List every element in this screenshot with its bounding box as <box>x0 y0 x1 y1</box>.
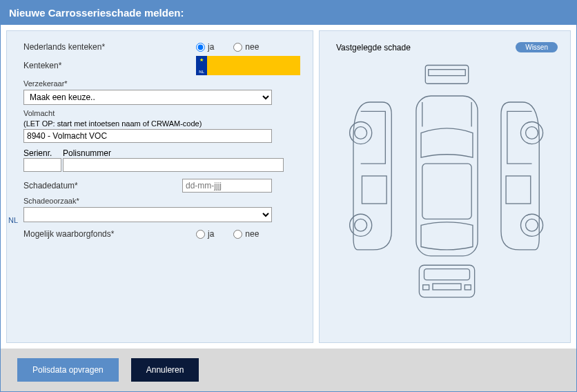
radio-no[interactable] <box>233 43 242 52</box>
insurer-label: Verzekeraar* <box>23 79 300 88</box>
svg-point-14 <box>526 219 538 231</box>
svg-point-5 <box>355 219 367 231</box>
svg-rect-18 <box>433 284 461 290</box>
serienr-input[interactable] <box>23 158 61 172</box>
content-area: NL Nederlands kenteken* ja nee Kenteken*… <box>1 25 576 349</box>
recorded-damage-title: Vastgelegde schade <box>336 43 411 52</box>
svg-rect-17 <box>424 269 470 280</box>
form-panel: NL Nederlands kenteken* ja nee Kenteken*… <box>6 30 313 343</box>
dutch-plate-yes[interactable]: ja <box>196 42 214 52</box>
svg-point-3 <box>355 127 367 139</box>
guarantee-fund-label: Mogelijk waarborgfonds* <box>23 229 196 239</box>
serienr-label: Serienr. <box>23 148 61 158</box>
mandate-input[interactable] <box>23 129 272 143</box>
cancel-button[interactable]: Annuleren <box>131 358 199 382</box>
plate-input[interactable] <box>207 56 300 75</box>
car-svg <box>336 62 558 308</box>
polisnr-label: Polisnummer <box>63 148 111 158</box>
svg-rect-8 <box>422 164 471 219</box>
guarantee-no[interactable]: nee <box>233 229 259 239</box>
svg-point-12 <box>526 127 538 139</box>
footer-bar: Polisdata opvragen Annuleren <box>1 349 576 391</box>
damage-cause-select[interactable] <box>23 207 272 222</box>
radio-yes[interactable] <box>196 43 205 52</box>
dutch-plate-label: Nederlands kenteken* <box>23 42 196 52</box>
svg-rect-20 <box>464 285 471 290</box>
guarantee-yes[interactable]: ja <box>196 229 214 239</box>
svg-rect-16 <box>419 265 474 297</box>
mandate-hint: (LET OP: start met intoetsen naam of CRW… <box>23 119 300 128</box>
svg-point-2 <box>350 121 372 144</box>
polisnr-input[interactable] <box>63 158 284 172</box>
mandate-label: Volmacht <box>23 109 300 117</box>
dutch-plate-no[interactable]: nee <box>233 42 259 52</box>
guarantee-radio-group: ja nee <box>196 229 259 239</box>
svg-rect-6 <box>362 176 387 204</box>
svg-rect-0 <box>425 65 468 84</box>
license-plate: ★ NL <box>196 56 300 75</box>
radio-guarantee-no[interactable] <box>233 230 242 239</box>
svg-rect-15 <box>506 176 531 204</box>
nl-prefix-label: NL <box>8 216 18 224</box>
svg-rect-19 <box>423 285 429 290</box>
clear-button[interactable]: Wissen <box>516 42 558 52</box>
svg-rect-7 <box>416 96 478 256</box>
radio-guarantee-yes[interactable] <box>196 230 205 239</box>
damage-date-label: Schadedatum* <box>23 181 182 190</box>
window-title: Nieuwe Carrosserieschade melden: <box>1 1 576 25</box>
svg-point-11 <box>520 121 542 144</box>
plate-label: Kenteken* <box>23 61 196 70</box>
dutch-plate-radio-group: ja nee <box>196 42 259 52</box>
plate-eu-strip: ★ NL <box>196 56 207 75</box>
insurer-select[interactable]: Maak een keuze.. <box>23 90 272 105</box>
damage-cause-label: Schadeoorzaak* <box>23 197 300 205</box>
damage-diagram-panel: Vastgelegde schade Wissen <box>319 30 571 343</box>
damage-report-window: Nieuwe Carrosserieschade melden: NL Nede… <box>0 0 577 392</box>
car-diagram[interactable] <box>336 62 558 311</box>
request-policy-button[interactable]: Polisdata opvragen <box>17 358 119 382</box>
svg-rect-1 <box>429 70 465 76</box>
damage-date-input[interactable] <box>182 179 272 193</box>
